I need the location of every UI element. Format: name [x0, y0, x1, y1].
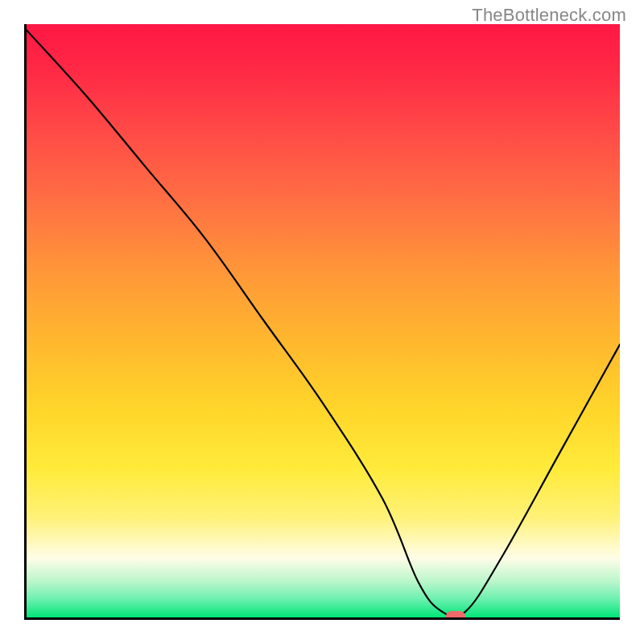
chart-container: TheBottleneck.com [0, 0, 644, 644]
optimum-marker [446, 611, 465, 620]
plot-area [24, 24, 620, 620]
watermark-text: TheBottleneck.com [472, 5, 626, 26]
bottleneck-curve [27, 24, 620, 617]
